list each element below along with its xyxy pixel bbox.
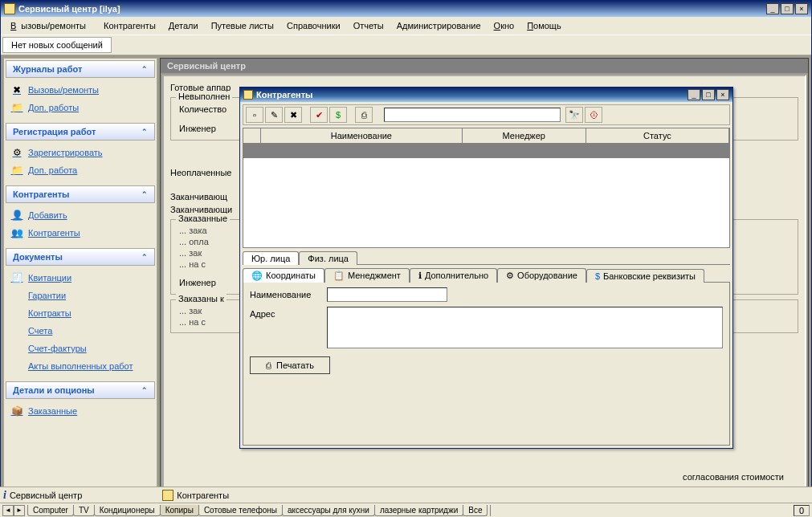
menu-routes[interactable]: Путевые листы	[206, 19, 279, 32]
child-close-button[interactable]: ×	[716, 89, 729, 100]
menu-reports[interactable]: Отчеты	[349, 19, 389, 32]
btab-ac[interactable]: Кондиционеры	[94, 505, 161, 516]
maximize-button[interactable]: □	[781, 3, 794, 14]
folder-icon: 📁	[10, 164, 23, 177]
btab-tv[interactable]: TV	[73, 505, 95, 516]
label-address: Адрес	[250, 307, 322, 319]
nav-warranty[interactable]: Гарантии	[7, 287, 153, 304]
clear-filter-button[interactable]: ⮾	[585, 107, 602, 123]
printer-icon: ⎙	[361, 110, 367, 120]
tab-bank[interactable]: $Банковские реквизиты	[586, 269, 704, 283]
close-button[interactable]: ×	[795, 3, 808, 14]
menu-contragents[interactable]: Контрагенты	[99, 19, 161, 32]
delete-icon: ✖	[290, 110, 297, 120]
name-field[interactable]	[327, 287, 447, 302]
btab-copiers[interactable]: Копиры	[160, 505, 199, 516]
col-status[interactable]: Статус	[586, 128, 729, 143]
grid-header: Наименование Менеджер Статус	[243, 128, 729, 144]
status-item-service[interactable]: iСервисный центр	[3, 489, 82, 502]
doc-icon	[10, 307, 23, 320]
group-header-register[interactable]: Регистрация работ⌃	[6, 123, 155, 140]
minimize-button[interactable]: _	[766, 3, 779, 14]
group-header-contragents[interactable]: Контрагенты⌃	[6, 185, 155, 203]
nav-addwork[interactable]: 📁Доп. работа	[7, 161, 153, 179]
label-name: Наименование	[250, 287, 322, 299]
tab-person[interactable]: Физ. лица	[299, 251, 357, 265]
main-titlebar: Сервисный центр [ilya] _ □ ×	[1, 1, 811, 17]
address-field[interactable]	[327, 307, 723, 348]
search-input[interactable]	[384, 108, 561, 122]
tab-management[interactable]: 📋Менеджмент	[324, 268, 410, 283]
nav-ordered[interactable]: 📦Заказанные	[7, 402, 153, 420]
menu-admin[interactable]: Администрирование	[392, 19, 486, 32]
dollar-icon: $	[336, 110, 341, 120]
status-zero: 0	[794, 505, 810, 516]
group-header-documents[interactable]: Документы⌃	[6, 248, 155, 266]
dollar-icon: $	[595, 271, 600, 281]
entity-type-tabs: Юр. лица Физ. лица	[243, 250, 730, 264]
child-minimize-button[interactable]: _	[688, 89, 700, 100]
statusbar: iСервисный центр Контрагенты	[0, 486, 812, 503]
tab-legal[interactable]: Юр. лица	[243, 251, 299, 265]
tab-scroll-left[interactable]: ◄	[2, 505, 14, 516]
btab-kitchen[interactable]: аксессуары для кухни	[282, 505, 375, 516]
tab-extra[interactable]: ℹДополнительно	[410, 268, 497, 283]
delete-button[interactable]: ✖	[284, 107, 302, 123]
nav-contragents[interactable]: 👥Контрагенты	[7, 224, 153, 242]
check-button[interactable]: ✔	[310, 107, 328, 123]
money-button[interactable]: $	[329, 107, 347, 123]
receipt-icon: 🧾	[10, 271, 23, 284]
menu-window[interactable]: Окно	[489, 19, 520, 32]
print-toolbar-button[interactable]: ⎙	[355, 107, 373, 123]
col-manager[interactable]: Менеджер	[463, 128, 586, 143]
col-name[interactable]: Наименование	[261, 128, 463, 143]
menu-calls[interactable]: Вызовы/ремонты	[6, 19, 96, 32]
btab-all[interactable]: Все	[463, 505, 488, 516]
chevron-up-icon: ⌃	[141, 253, 148, 261]
app-icon	[4, 3, 15, 14]
nav-register[interactable]: ⚙Зарегистрировать	[7, 144, 153, 161]
menu-parts[interactable]: Детали	[164, 19, 203, 32]
nav-addworks[interactable]: 📁Доп. работы	[7, 99, 153, 116]
folder-icon: 📁	[10, 101, 23, 114]
notification-text: Нет новых сообщений	[2, 37, 112, 53]
doc-icon	[10, 342, 23, 355]
tab-scroll-right[interactable]: ►	[14, 505, 25, 516]
box-icon: 📦	[10, 405, 23, 417]
edit-button[interactable]: ✎	[265, 107, 283, 123]
btab-computer[interactable]: Computer	[27, 505, 74, 516]
nav-add-contragent[interactable]: 👤Добавить	[7, 206, 153, 224]
child-icon	[243, 90, 253, 100]
doc-icon	[10, 360, 23, 372]
grid-selected-row[interactable]	[243, 144, 729, 158]
bottom-tabs: ◄ ► Computer TV Кондиционеры Копиры Сото…	[0, 503, 812, 517]
group-header-journals[interactable]: Журналы работ⌃	[6, 60, 155, 78]
btab-phones[interactable]: Сотовые телефоны	[198, 505, 283, 516]
child-title-text: Контрагенты	[256, 90, 688, 100]
find-button[interactable]: 🔭	[565, 107, 583, 123]
tab-coords[interactable]: 🌐Координаты	[243, 268, 324, 283]
contragents-grid[interactable]: Наименование Менеджер Статус	[243, 128, 730, 248]
detail-panel: Наименование Адрес ⎙Печатать	[243, 282, 730, 446]
contragents-window: Контрагенты _ □ × ▫ ✎ ✖ ✔ $ ⎙ 🔭 ⮾ Наимен…	[239, 87, 733, 449]
child-maximize-button[interactable]: □	[702, 89, 715, 100]
nav-receipts[interactable]: 🧾Квитанции	[7, 269, 153, 287]
back-window-peek: согласования стоимости	[683, 472, 784, 482]
group-header-parts[interactable]: Детали и опционы⌃	[6, 381, 155, 399]
print-button[interactable]: ⎙Печатать	[250, 356, 330, 374]
new-button[interactable]: ▫	[246, 107, 263, 123]
doc-icon	[10, 324, 23, 337]
nav-acts[interactable]: Акты выполненных работ	[7, 357, 153, 375]
nav-contracts[interactable]: Контракты	[7, 304, 153, 322]
status-item-contragents[interactable]: Контрагенты	[162, 490, 229, 501]
nav-calls[interactable]: ✖Вызовы/ремонты	[7, 81, 153, 99]
nav-invoice-facts[interactable]: Счет-фактуры	[7, 340, 153, 357]
tab-equipment[interactable]: ⚙Оборудование	[497, 268, 586, 283]
menu-help[interactable]: Помощь	[522, 19, 566, 32]
btab-cartridges[interactable]: лазерные картриджи	[374, 505, 463, 516]
chevron-up-icon: ⌃	[141, 190, 148, 198]
app-icon-small	[162, 490, 173, 501]
nav-invoices[interactable]: Счета	[7, 322, 153, 340]
notification-bar: Нет новых сообщений	[1, 35, 811, 55]
menu-refs[interactable]: Справочники	[282, 19, 345, 32]
